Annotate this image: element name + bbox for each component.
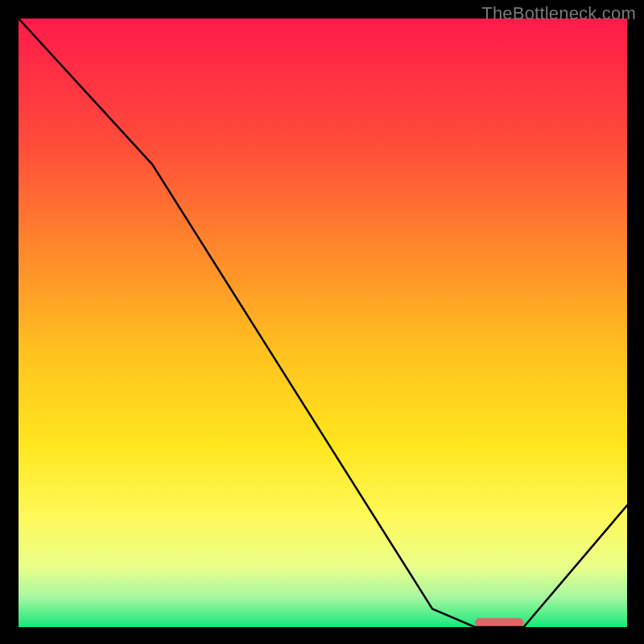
optimal-range-pill	[475, 618, 523, 627]
chart-background	[19, 19, 627, 627]
bottleneck-chart	[19, 19, 627, 627]
chart-container: TheBottleneck.com	[0, 0, 644, 644]
watermark-text: TheBottleneck.com	[481, 3, 636, 24]
